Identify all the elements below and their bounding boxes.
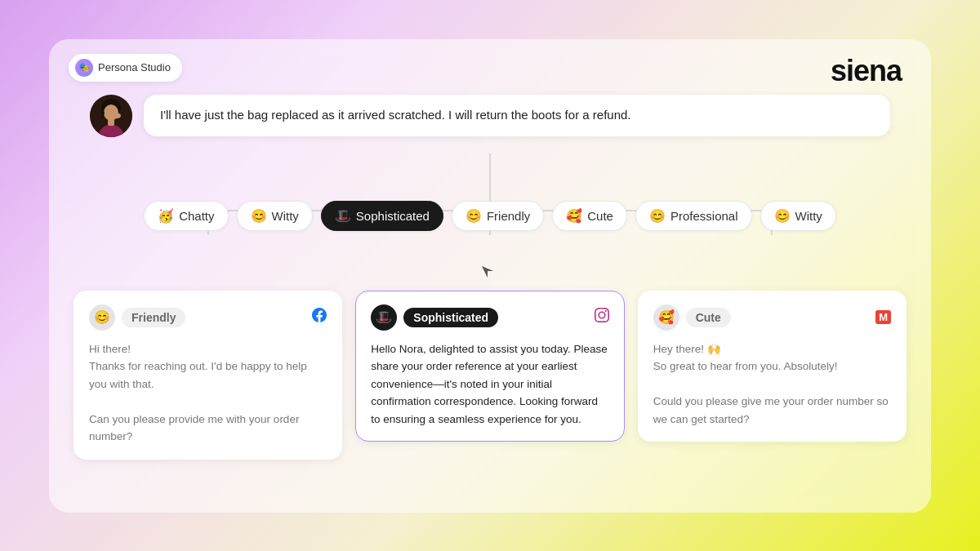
cute-card-text: Hey there! 🙌 So great to hear from you. …: [653, 340, 891, 429]
sophisticated-label: Sophisticated: [356, 209, 430, 223]
professional-label: Professional: [670, 209, 738, 223]
svg-rect-3: [108, 119, 114, 126]
cute-emoji: 🥰: [566, 208, 582, 224]
witty2-emoji: 😊: [774, 208, 791, 224]
friendly-card-text: Hi there! Thanks for reaching out. I'd b…: [89, 340, 327, 447]
witty-label: Witty: [272, 209, 299, 223]
instagram-icon: [595, 308, 609, 327]
friendly-emoji: 😊: [466, 208, 482, 224]
sophisticated-card-icon: 🎩: [371, 304, 397, 331]
customer-message-bubble: I'll have just the bag replaced as it ar…: [144, 95, 890, 136]
facebook-icon: [312, 308, 327, 327]
response-cards-row: 😊 Friendly Hi there! Thanks for reaching…: [74, 291, 906, 460]
card-friendly-header: 😊 Friendly: [89, 304, 327, 331]
siena-logo: siena: [831, 54, 902, 88]
cute-card-label: Cute: [686, 308, 731, 327]
sophisticated-card-label: Sophisticated: [403, 308, 498, 327]
cute-card-icon: 🥰: [653, 304, 679, 331]
persona-studio-icon: 🎭: [75, 59, 93, 77]
professional-emoji: 😊: [649, 208, 666, 224]
persona-studio-badge[interactable]: 🎭 Persona Studio: [69, 54, 182, 82]
card-cute-badge: 🥰 Cute: [653, 304, 731, 331]
friendly-card-label: Friendly: [122, 308, 185, 327]
response-card-sophisticated[interactable]: 🎩 Sophisticated Hello Nora, delighted to…: [355, 291, 624, 442]
tone-pills-row: 🥳 Chatty 😊 Witty 🎩 Sophisticated 😊 Frien…: [49, 201, 931, 231]
avatar: [90, 95, 132, 137]
tone-pill-witty[interactable]: 😊 Witty: [237, 201, 313, 231]
tone-pill-chatty[interactable]: 🥳 Chatty: [144, 201, 228, 231]
svg-marker-5: [482, 266, 493, 278]
tone-pill-witty2[interactable]: 😊 Witty: [760, 201, 836, 231]
friendly-label: Friendly: [487, 209, 530, 223]
sophisticated-emoji: 🎩: [335, 208, 351, 224]
sophisticated-card-text: Hello Nora, delighted to assist you toda…: [371, 340, 608, 429]
tone-pill-cute[interactable]: 🥰 Cute: [552, 201, 627, 231]
chatty-label: Chatty: [179, 209, 214, 223]
tone-pill-friendly[interactable]: 😊 Friendly: [452, 201, 544, 231]
card-sophisticated-badge: 🎩 Sophisticated: [371, 304, 498, 331]
witty-emoji: 😊: [251, 208, 267, 224]
customer-message-row: I'll have just the bag replaced as it ar…: [90, 95, 890, 137]
response-card-friendly[interactable]: 😊 Friendly Hi there! Thanks for reaching…: [74, 291, 342, 460]
tone-pill-professional[interactable]: 😊 Professional: [635, 201, 752, 231]
cute-label: Cute: [587, 209, 613, 223]
persona-studio-label: Persona Studio: [98, 61, 171, 73]
tone-pill-sophisticated[interactable]: 🎩 Sophisticated: [321, 201, 443, 231]
customer-message-text: I'll have just the bag replaced as it ar…: [160, 108, 631, 122]
friendly-card-icon: 😊: [89, 304, 115, 331]
top-bar: 🎭 Persona Studio: [69, 54, 182, 82]
witty2-label: Witty: [795, 209, 822, 223]
chatty-emoji: 🥳: [158, 208, 174, 224]
gmail-icon: M: [875, 310, 891, 324]
response-card-cute[interactable]: 🥰 Cute M Hey there! 🙌 So great to hear f…: [638, 291, 906, 442]
card-cute-header: 🥰 Cute M: [653, 304, 891, 331]
card-sophisticated-header: 🎩 Sophisticated: [371, 304, 608, 331]
card-friendly-badge: 😊 Friendly: [89, 304, 185, 331]
main-card: 🎭 Persona Studio siena: [49, 39, 931, 513]
